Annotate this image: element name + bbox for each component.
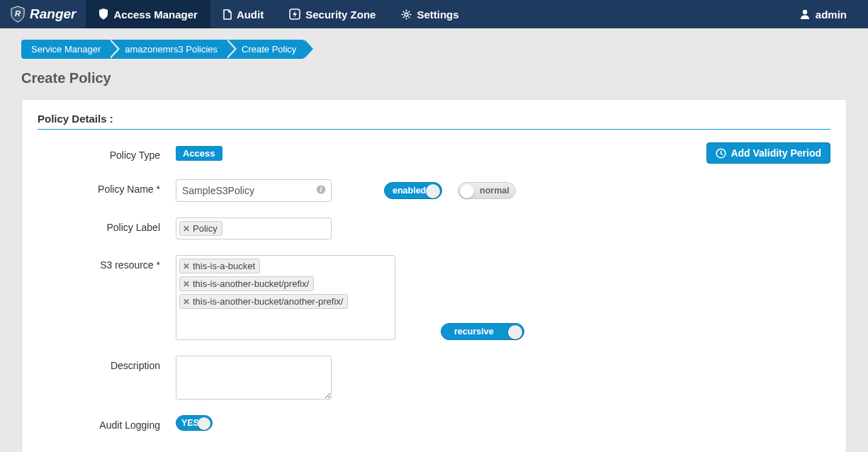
label-audit-logging: Audit Logging xyxy=(38,415,176,431)
bolt-badge-icon xyxy=(289,9,300,20)
document-icon xyxy=(223,9,232,20)
remove-tag-icon[interactable]: ✕ xyxy=(183,261,190,271)
label-policy-name: Policy Name * xyxy=(38,179,176,195)
tag-s3-resource: ✕this-is-another-bucket/prefix/ xyxy=(179,276,314,291)
nav-access-manager[interactable]: Access Manager xyxy=(86,0,210,28)
nav-label: Access Manager xyxy=(113,9,197,21)
policy-type-badge: Access xyxy=(176,146,222,161)
shield-icon xyxy=(98,9,108,20)
clock-icon xyxy=(716,148,726,159)
svg-line-10 xyxy=(403,16,405,18)
add-validity-period-button[interactable]: Add Validity Period xyxy=(706,142,830,164)
svg-point-2 xyxy=(405,13,409,16)
nav-label: Settings xyxy=(417,9,458,21)
info-icon[interactable]: i xyxy=(316,185,326,197)
svg-line-9 xyxy=(409,11,410,12)
label-policy-label: Policy Label xyxy=(38,217,176,233)
svg-line-8 xyxy=(409,16,410,18)
policy-name-input[interactable] xyxy=(176,179,332,202)
recursive-toggle[interactable]: recursive xyxy=(441,323,524,340)
policy-details-panel: Policy Details : Policy Type Access Add … xyxy=(21,99,847,452)
gear-icon xyxy=(401,9,412,20)
tag-policy: ✕ Policy xyxy=(179,221,222,236)
nav-security-zone[interactable]: Security Zone xyxy=(276,0,388,28)
remove-tag-icon[interactable]: ✕ xyxy=(183,224,190,234)
breadcrumb-policies[interactable]: amazonemrs3 Policies xyxy=(109,40,226,59)
svg-line-7 xyxy=(403,11,405,12)
brand-text: Ranger xyxy=(30,6,76,22)
remove-tag-icon[interactable]: ✕ xyxy=(183,297,190,307)
user-icon xyxy=(799,9,811,20)
remove-tag-icon[interactable]: ✕ xyxy=(183,279,190,289)
policy-label-tagbox[interactable]: ✕ Policy xyxy=(176,217,332,239)
svg-text:R: R xyxy=(15,9,21,18)
svg-text:i: i xyxy=(320,186,322,193)
breadcrumb-service-manager[interactable]: Service Manager xyxy=(21,40,109,59)
enabled-toggle[interactable]: enabled xyxy=(384,182,442,199)
normal-toggle[interactable]: normal xyxy=(458,182,516,199)
tag-s3-resource: ✕this-is-another-bucket/another-prefix/ xyxy=(179,294,348,309)
description-textarea[interactable] xyxy=(176,356,332,400)
label-s3-resource: S3 resource * xyxy=(38,255,176,271)
user-menu[interactable]: admin xyxy=(778,9,868,21)
username: admin xyxy=(816,9,847,21)
label-policy-type: Policy Type xyxy=(38,145,176,161)
tag-s3-resource: ✕this-is-a-bucket xyxy=(179,259,260,273)
svg-point-11 xyxy=(803,10,807,14)
nav-label: Security Zone xyxy=(305,9,376,21)
breadcrumb-create-policy[interactable]: Create Policy xyxy=(226,40,305,59)
brand-logo[interactable]: R Ranger xyxy=(0,0,86,28)
nav-settings[interactable]: Settings xyxy=(388,0,471,28)
audit-logging-toggle[interactable]: YES xyxy=(176,415,213,431)
nav-label: Audit xyxy=(237,9,264,21)
nav-audit[interactable]: Audit xyxy=(210,0,276,28)
label-description: Description xyxy=(38,356,176,371)
page-title: Create Policy xyxy=(21,70,847,86)
breadcrumb: Service Manager amazonemrs3 Policies Cre… xyxy=(21,40,847,59)
ranger-shield-icon: R xyxy=(10,6,30,23)
section-title: Policy Details : xyxy=(38,113,830,130)
s3-resource-tagbox[interactable]: ✕this-is-a-bucket ✕this-is-another-bucke… xyxy=(176,255,395,340)
